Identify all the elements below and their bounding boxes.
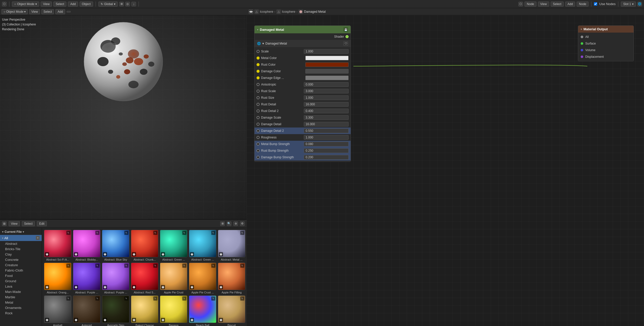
edit-icon-abstract-chunk[interactable]: ✎ xyxy=(153,231,157,235)
asset-item-abstract-purple1[interactable]: ✎ ⬤ Abstract: Purple ... xyxy=(73,263,100,294)
viewport-object-mode-btn[interactable]: ○ Object Mode ▾ xyxy=(2,9,28,14)
param-field-rust-scale[interactable]: 3.000 xyxy=(304,89,349,93)
edit-icon-abstract-blobby[interactable]: ✎ xyxy=(95,231,99,235)
edit-icon-asphalt[interactable]: ✎ xyxy=(66,296,70,301)
object-mode-btn[interactable]: ○ Object Mode ▾ xyxy=(12,2,39,7)
sidebar-item-abstract[interactable]: Abstract xyxy=(0,241,42,246)
slot-selector[interactable]: Slot 1 ▾ xyxy=(621,2,636,7)
param-field-damage-scale[interactable]: 3.300 xyxy=(304,115,349,120)
snap-icon[interactable]: ⊞ xyxy=(119,2,124,6)
add-folder-icon[interactable]: + xyxy=(36,236,40,240)
breadcrumb-item3[interactable]: Damaged Metal xyxy=(304,10,326,13)
breadcrumb-item2[interactable]: Icosphere xyxy=(282,10,295,13)
node-row-damage-detail[interactable]: Damage Detail 16.000 xyxy=(254,121,351,127)
node-node-btn[interactable]: Node xyxy=(577,2,589,7)
edit-icon-baked-cheese[interactable]: ✎ xyxy=(153,296,157,301)
node-row-metal-color[interactable]: Metal Color xyxy=(254,55,351,61)
edit-icon-abstract-green2[interactable]: ✎ xyxy=(211,231,215,235)
viewport-view-btn[interactable]: View xyxy=(29,9,40,14)
color-swatch-damage-edge[interactable] xyxy=(305,76,349,80)
node-row-damage-scale[interactable]: Damage Scale 3.300 xyxy=(254,114,351,121)
sidebar-item-creature[interactable]: Creature xyxy=(0,262,42,268)
settings-icon[interactable]: ⚙ xyxy=(240,221,245,226)
edit-icon-asteroid[interactable]: ✎ xyxy=(95,296,99,301)
node-row-rust-size[interactable]: Rust Size 1.000 xyxy=(254,94,351,101)
sidebar-item-rock[interactable]: Rock xyxy=(0,310,42,316)
filter-icon[interactable]: ⊜ xyxy=(233,221,238,226)
asset-item-abstract-metal[interactable]: ✎ ⬤ Abstract: Metal ... xyxy=(218,230,245,261)
asset-item-baked-cheese[interactable]: ✎ ⬤ Baked Cheese xyxy=(131,295,158,326)
object-menu-btn[interactable]: Object xyxy=(80,2,93,7)
sidebar-item-clay[interactable]: Clay xyxy=(0,252,42,257)
node-row-rust-detail[interactable]: Rust Detail 16.000 xyxy=(254,101,351,108)
render-icon[interactable]: 🌐 xyxy=(637,2,642,6)
asset-item-biscuit[interactable]: ✎ ⬤ Biscuit xyxy=(218,295,245,326)
asset-browser-icon[interactable]: ⊞ xyxy=(2,221,7,226)
node-row-rust-bump[interactable]: Rust Bump Strength 0.250 xyxy=(254,147,351,154)
search-icon[interactable]: 🔍 xyxy=(227,221,231,226)
node-add-btn[interactable]: Add xyxy=(565,2,575,7)
sidebar-item-concrete[interactable]: Concrete xyxy=(0,257,42,262)
asset-item-abstract-blue[interactable]: ✎ ⬤ Abstract: Blue Sky xyxy=(102,230,129,261)
edit-icon-abstract-blue[interactable]: ✎ xyxy=(124,231,128,235)
asset-grid-area[interactable]: ✎ ⬤ Abstract Sci-Fi A... ✎ ⬤ Abstract: B… xyxy=(42,228,247,326)
viewport-object-btn[interactable] xyxy=(67,11,71,12)
node-canvas[interactable]: ▾ Damaged Metal 💾 Shader 🌐 ▾ Damaged Met… xyxy=(247,15,644,326)
sidebar-item-man-made[interactable]: Man-Made xyxy=(0,289,42,294)
asset-item-beach-ball[interactable]: ✎ ⬤ Beach Ball xyxy=(189,295,216,326)
node-row-damage-color[interactable]: Damage Color xyxy=(254,68,351,75)
collapse-btn[interactable]: ◀▶ xyxy=(249,9,253,14)
edit-icon-apple-crust2[interactable]: ✎ xyxy=(211,264,215,268)
sidebar-item-ornaments[interactable]: Ornaments xyxy=(0,305,42,310)
param-field-rust-detail2[interactable]: 0.400 xyxy=(304,109,349,113)
param-field-rust-bump[interactable]: 0.250 xyxy=(304,148,349,153)
node-row-scale[interactable]: Scale 1.000 xyxy=(254,48,351,55)
sidebar-item-lava[interactable]: Lava xyxy=(0,284,42,289)
sidebar-item-ground[interactable]: Ground xyxy=(0,278,42,284)
edit-icon-apple-filling[interactable]: ✎ xyxy=(240,264,244,268)
edit-icon-abstract-purple2[interactable]: ✎ xyxy=(124,264,128,268)
node-row-damage-bump[interactable]: Damage Bump Strength 0.200 xyxy=(254,154,351,161)
asset-item-apple-crust[interactable]: ✎ ⬤ Apple Pie Crust xyxy=(160,263,187,294)
node-select-btn[interactable]: Select xyxy=(551,2,564,7)
edit-icon-abstract-scifi[interactable]: ✎ xyxy=(66,231,70,235)
asset-select-btn[interactable]: Select xyxy=(22,221,35,226)
param-field-damage-detail[interactable]: 16.000 xyxy=(304,122,349,126)
node-row-roughness[interactable]: Roughness 1.000 xyxy=(254,134,351,141)
save-node-icon[interactable]: 💾 xyxy=(343,27,348,32)
asset-item-avocado[interactable]: ✎ ⬤ Avocado Skin xyxy=(102,295,129,326)
sidebar-item-fabric-cloth[interactable]: Fabric-Cloth xyxy=(0,268,42,273)
asset-item-apple-filling[interactable]: ✎ ⬤ Apple Pie Filling xyxy=(218,263,245,294)
asset-item-apple-crust2[interactable]: ✎ ⬤ Apple Pie Crust ... xyxy=(189,263,216,294)
node-object-btn[interactable]: Node xyxy=(525,2,536,7)
asset-item-abstract-chunk[interactable]: ✎ ⬤ Abstract: Chunk... xyxy=(131,230,158,261)
node-row-rust-color[interactable]: Rust Color xyxy=(254,61,351,68)
node-row-rust-scale[interactable]: Rust Scale 3.000 xyxy=(254,88,351,94)
asset-view-btn[interactable]: View xyxy=(9,221,20,226)
proportional-icon[interactable]: ◎ xyxy=(125,2,130,6)
view-menu-btn[interactable]: View xyxy=(41,2,52,7)
edit-icon-abstract-metal[interactable]: ✎ xyxy=(240,231,244,235)
edit-icon-beach-ball[interactable]: ✎ xyxy=(211,296,215,301)
color-swatch-metal-color[interactable] xyxy=(305,56,349,60)
transform-btn[interactable]: ↻ Global ▾ xyxy=(98,2,118,7)
node-editor-icon[interactable]: ⬡ xyxy=(518,2,523,6)
select-menu-btn[interactable]: Select xyxy=(53,2,66,7)
param-field-damage-bump[interactable]: 0.200 xyxy=(304,155,349,160)
param-field-metal-bump[interactable]: 0.080 xyxy=(304,142,349,146)
param-field-scale[interactable]: 1.000 xyxy=(304,49,349,54)
param-field-rust-detail[interactable]: 16.000 xyxy=(304,102,349,107)
sidebar-item-marble[interactable]: Marble xyxy=(0,294,42,300)
color-swatch-damage-color[interactable] xyxy=(305,69,349,74)
breadcrumb-item1[interactable]: Icosphere xyxy=(260,10,273,13)
viewport-add-btn[interactable]: Add xyxy=(55,9,65,14)
output-header[interactable]: ▾ Material Output xyxy=(578,26,634,33)
viewport-select-btn[interactable]: Select xyxy=(41,9,54,14)
edit-icon-apple-crust[interactable]: ✎ xyxy=(182,264,186,268)
tool-icon-1[interactable]: ↕ xyxy=(131,2,136,6)
edit-icon-avocado[interactable]: ✎ xyxy=(124,296,128,301)
asset-item-abstract-green2[interactable]: ✎ ⬤ Abstract: Green ... xyxy=(189,230,216,261)
blender-icon[interactable]: ⬡ xyxy=(2,2,7,6)
asset-item-asteroid[interactable]: ✎ ⬤ Asteroid xyxy=(73,295,100,326)
param-field-roughness[interactable]: 1.000 xyxy=(304,135,349,140)
